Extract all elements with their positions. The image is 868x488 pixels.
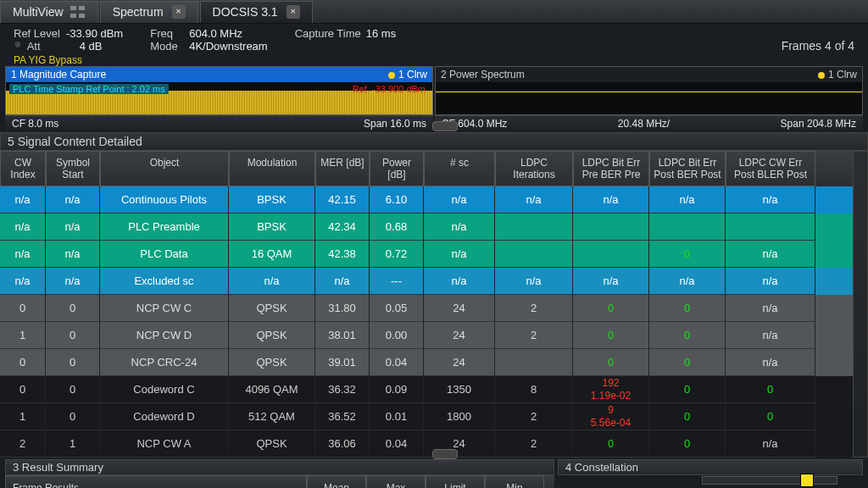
- table-cell: 0.04: [370, 349, 424, 376]
- table-cell: 31.80: [315, 295, 370, 322]
- th-modulation[interactable]: Modulation: [229, 151, 315, 186]
- table-row[interactable]: 00Codeword C4096 QAM36.320.09135081921.1…: [0, 376, 853, 403]
- th-mer[interactable]: MER [dB]: [315, 151, 370, 186]
- table-cell: PLC Data: [100, 241, 229, 268]
- table-cell: n/a: [726, 322, 815, 349]
- th-power[interactable]: Power [dB]: [370, 151, 424, 186]
- table-cell: 0: [46, 349, 100, 376]
- frame-results-label: Frame Results: [5, 475, 307, 488]
- table-cell: NCP CRC-24: [100, 349, 229, 376]
- result-summary-panel[interactable]: 3 Result Summary Frame Results Mean Max …: [5, 459, 554, 488]
- table-cell: n/a: [726, 295, 815, 322]
- att-value: 4 dB: [80, 40, 103, 53]
- table-cell: 0: [649, 349, 726, 376]
- table-cell: n/a: [229, 268, 315, 295]
- table-cell: NCP CW D: [100, 322, 229, 349]
- panel-title: 3 Result Summary: [5, 459, 554, 475]
- th-min[interactable]: Min: [485, 475, 544, 488]
- table-row[interactable]: 10NCP CW DQPSK38.010.0024200n/a: [0, 322, 853, 349]
- table-cell: 16 QAM: [229, 241, 315, 268]
- table-cell: 0: [726, 403, 815, 430]
- table-cell: 2: [495, 430, 573, 458]
- rbw-label: 20.48 MHz/: [618, 116, 670, 130]
- table-cell: 2: [495, 322, 573, 349]
- table-cell: n/a: [649, 268, 726, 295]
- table-cell: 1: [46, 430, 100, 458]
- table-cell: NCP CW C: [100, 295, 229, 322]
- bullet-icon: ●: [14, 40, 27, 53]
- close-icon[interactable]: ×: [172, 5, 186, 19]
- signal-table[interactable]: CW Index Symbol Start Object Modulation …: [0, 151, 853, 458]
- table-row[interactable]: n/an/aPLC Data16 QAM42.380.72n/a0n/a: [0, 241, 853, 268]
- spectrum-plot[interactable]: [436, 82, 862, 114]
- magnitude-capture-panel[interactable]: 1 Magnitude Capture 1 Clrw PLC Time Stam…: [5, 66, 433, 115]
- power-spectrum-panel[interactable]: 2 Power Spectrum 1 Clrw: [435, 66, 863, 115]
- tab-docsis[interactable]: DOCSIS 3.1 ×: [200, 1, 313, 23]
- constellation-slider[interactable]: [702, 476, 837, 485]
- table-cell: 0: [649, 241, 726, 268]
- table-row[interactable]: 00NCP CW CQPSK31.800.0524200n/a: [0, 295, 853, 322]
- table-row[interactable]: 10Codeword D512 QAM36.520.011800295.56e-…: [0, 403, 853, 430]
- table-row[interactable]: n/an/aContinuous PilotsBPSK42.156.10n/an…: [0, 186, 853, 214]
- th-ldpc-pre[interactable]: LDPC Bit Err Pre BER Pre: [573, 151, 649, 186]
- table-cell: 0.04: [370, 430, 424, 458]
- table-row[interactable]: 00NCP CRC-24QPSK39.010.042400n/a: [0, 349, 853, 376]
- table-cell: n/a: [649, 186, 726, 214]
- table-cell: 0: [649, 376, 726, 403]
- th-ldpc-cw[interactable]: LDPC CW Err Post BLER Post: [726, 151, 815, 186]
- table-cell: 1350: [424, 376, 495, 403]
- table-cell: n/a: [46, 214, 100, 241]
- table-cell: 2: [0, 430, 46, 458]
- th-max[interactable]: Max: [366, 475, 426, 488]
- table-cell: 512 QAM: [229, 403, 315, 430]
- table-cell: Excluded sc: [100, 268, 229, 295]
- panel-title: 2 Power Spectrum: [441, 67, 525, 82]
- signal-content-table-panel: 5 Signal Content Detailed CW Index Symbo…: [0, 132, 868, 458]
- slider-thumb[interactable]: [800, 474, 814, 487]
- magnitude-plot[interactable]: PLC Time Stamp Ref Point : 2.02 ms Ref. …: [6, 82, 432, 114]
- tab-spectrum[interactable]: Spectrum ×: [100, 1, 198, 23]
- th-ldpc-iter[interactable]: LDPC Iterations: [495, 151, 573, 186]
- th-symbol-start[interactable]: Symbol Start: [46, 151, 100, 186]
- panel-divider-handle[interactable]: [432, 449, 458, 459]
- table-cell: 1: [0, 403, 46, 430]
- table-cell: 39.01: [315, 349, 370, 376]
- table-cell: 0: [0, 349, 46, 376]
- table-cell: BPSK: [229, 186, 315, 214]
- th-ldpc-post[interactable]: LDPC Bit Err Post BER Post: [649, 151, 726, 186]
- table-cell: n/a: [315, 268, 370, 295]
- table-row[interactable]: n/an/aPLC PreambleBPSK42.340.68n/a: [0, 214, 853, 241]
- table-cell: 0: [46, 376, 100, 403]
- th-mean[interactable]: Mean: [307, 475, 366, 488]
- tab-multiview[interactable]: MultiView: [0, 1, 98, 23]
- frames-value: 4 of 4: [825, 39, 854, 53]
- th-cw-index[interactable]: CW Index: [0, 151, 46, 186]
- frames-label: Frames: [782, 39, 821, 53]
- trace-waveform: [6, 91, 432, 114]
- table-title: 5 Signal Content Detailed: [0, 132, 868, 151]
- constellation-panel[interactable]: 4 Constellation: [558, 459, 863, 488]
- th-limit[interactable]: Limit: [426, 475, 485, 488]
- table-cell: 0: [573, 322, 649, 349]
- table-cell: 42.38: [315, 241, 370, 268]
- table-cell: 0.01: [370, 403, 424, 430]
- table-cell: [495, 349, 573, 376]
- table-row[interactable]: n/an/aExcluded scn/an/a---n/an/an/an/an/…: [0, 268, 853, 295]
- th-object[interactable]: Object: [100, 151, 229, 186]
- table-scrollbar[interactable]: [853, 151, 868, 458]
- table-cell: 24: [424, 322, 495, 349]
- table-cell: 0: [649, 403, 726, 430]
- tab-bar: MultiView Spectrum × DOCSIS 3.1 ×: [0, 0, 868, 24]
- table-cell: n/a: [46, 186, 100, 214]
- table-cell: 38.01: [315, 322, 370, 349]
- panel-divider-handle[interactable]: [432, 121, 458, 131]
- table-row[interactable]: 21NCP CW AQPSK36.060.0424200n/a: [0, 430, 853, 458]
- table-cell: n/a: [726, 186, 815, 214]
- spectrum-subpanels: 1 Magnitude Capture 1 Clrw PLC Time Stam…: [0, 66, 868, 115]
- th-nsc[interactable]: # sc: [424, 151, 495, 186]
- tab-label: MultiView: [13, 5, 64, 19]
- span-label: Span 16.0 ms: [364, 116, 426, 130]
- close-icon[interactable]: ×: [287, 5, 300, 19]
- table-cell: 42.15: [315, 186, 370, 214]
- table-cell: 2: [495, 403, 573, 430]
